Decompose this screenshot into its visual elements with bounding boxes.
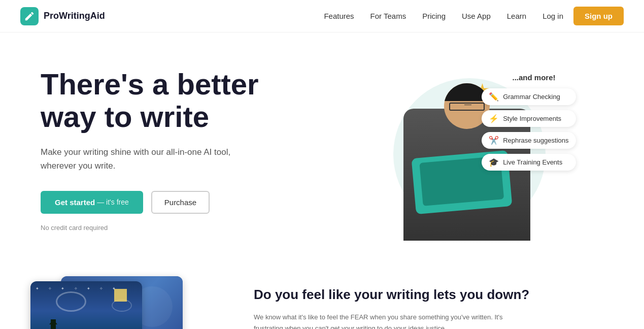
person-glasses <box>449 103 485 111</box>
nav-item-pricing[interactable]: Pricing <box>422 12 446 21</box>
nav-item-features[interactable]: Features <box>324 12 354 21</box>
training-icon: 🎓 <box>489 157 499 167</box>
style-icon: ⚡ <box>489 114 499 123</box>
navbar: ProWritingAid Features For Teams Pricing… <box>0 0 644 32</box>
training-label: Live Training Events <box>503 158 562 166</box>
logo-icon <box>20 7 39 25</box>
nav-link-for-teams[interactable]: For Teams <box>370 12 406 20</box>
and-more-text: ...and more! <box>512 73 555 82</box>
get-started-label: Get started <box>55 198 95 207</box>
style-label: Style Improvements <box>503 115 561 122</box>
hero-title-line1: There's a better <box>41 68 259 101</box>
second-section-body: We know what it's like to feel the FEAR … <box>254 312 507 329</box>
login-link[interactable]: Log in <box>543 12 563 20</box>
purchase-button[interactable]: Purchase <box>151 191 210 214</box>
grammar-icon: ✏️ <box>489 92 499 102</box>
hero-buttons: Get started — it's free Purchase <box>41 191 315 214</box>
hero-left: There's a better way to write Make your … <box>41 63 315 232</box>
second-section-right: Do you feel like your writing lets you d… <box>254 276 603 329</box>
nav-link-use-app[interactable]: Use App <box>462 12 491 20</box>
hero-right: ...and more! ✏️ Grammar Checking ⚡ Style… <box>315 63 624 246</box>
no-credit-text: No credit card required <box>41 224 315 232</box>
logo-area[interactable]: ProWritingAid <box>20 7 105 25</box>
hero-title: There's a better way to write <box>41 68 315 133</box>
hero-illustration: ...and more! ✏️ Grammar Checking ⚡ Style… <box>373 68 566 241</box>
feature-badge-grammar: ✏️ Grammar Checking <box>482 88 575 105</box>
art-card-front: My idea in my head <box>30 281 142 329</box>
nav-link-pricing[interactable]: Pricing <box>422 12 446 20</box>
rephrase-icon: ✂️ <box>489 136 499 145</box>
nav-item-use-app[interactable]: Use App <box>462 12 491 21</box>
nav-link-features[interactable]: Features <box>324 12 354 20</box>
pencil-icon <box>24 11 35 22</box>
feature-badge-style: ⚡ Style Improvements <box>482 110 575 127</box>
hero-title-line2: way to write <box>41 100 209 133</box>
feature-badge-rephrase: ✂️ Rephrase suggestions <box>482 132 575 149</box>
nav-item-learn[interactable]: Learn <box>507 12 526 21</box>
signup-button[interactable]: Sign up <box>573 7 624 25</box>
feature-badges: ✏️ Grammar Checking ⚡ Style Improvements… <box>482 88 575 171</box>
get-started-button[interactable]: Get started — it's free <box>41 191 143 214</box>
second-section: My idea in my head Do you feel like your… <box>0 266 644 329</box>
nav-link-learn[interactable]: Learn <box>507 12 526 20</box>
second-section-left: My idea in my head <box>30 276 223 329</box>
starry-night-image <box>30 281 142 329</box>
nav-links: Features For Teams Pricing Use App Learn <box>324 12 526 21</box>
hero-subtitle: Make your writing shine with our all-in-… <box>41 145 233 173</box>
swirl-1 <box>56 291 86 312</box>
grammar-label: Grammar Checking <box>503 93 560 101</box>
art-cards: My idea in my head <box>30 276 203 329</box>
hero-section: There's a better way to write Make your … <box>0 32 644 266</box>
rephrase-label: Rephrase suggestions <box>503 137 568 144</box>
free-label: — it's free <box>97 198 129 206</box>
nav-right: Log in Sign up <box>543 7 624 25</box>
nav-item-for-teams[interactable]: For Teams <box>370 12 406 21</box>
brand-name: ProWritingAid <box>44 11 105 21</box>
second-section-title: Do you feel like your writing lets you d… <box>254 286 603 304</box>
feature-badge-training: 🎓 Live Training Events <box>482 154 575 171</box>
